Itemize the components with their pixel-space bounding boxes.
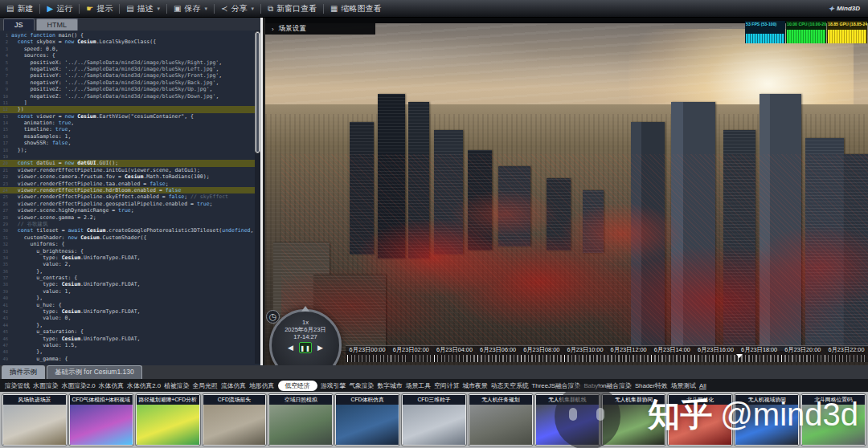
timeline-current-marker[interactable] — [736, 354, 743, 358]
code-line[interactable]: 23 viewer.renderEffectPipeline.taa.enabl… — [0, 181, 260, 187]
code-line[interactable]: 26 viewer.renderEffectPipeline.geospatia… — [0, 201, 260, 207]
example-thumbnail[interactable]: CFD流场箭头 — [203, 394, 267, 446]
category-水体仿真2.0[interactable]: 水体仿真2.0 — [127, 381, 161, 390]
code-line[interactable]: 13 const viewer = new Cesium.EarthView("… — [0, 113, 260, 120]
code-line[interactable]: 22 viewer.scene.camera.frustum.fov = Ces… — [0, 173, 260, 180]
code-line[interactable]: 24 viewer.renderEffectPipeline.hdrBloom.… — [0, 187, 260, 193]
code-line[interactable]: 39 value: 1, — [0, 288, 260, 295]
example-thumbnail[interactable]: 风场轨迹场景 — [2, 394, 67, 446]
category-全局光照[interactable]: 全局光照 — [193, 381, 218, 390]
scrollbar-thumb[interactable] — [256, 32, 260, 153]
category-水面渲染[interactable]: 水面渲染 — [33, 381, 58, 390]
toolbar-button-save[interactable]: ▣保存▾ — [167, 0, 214, 17]
code-line[interactable]: 36 }, — [0, 268, 260, 275]
code-line[interactable]: 25 viewer.renderEffectPipeline.skyEffect… — [0, 193, 260, 200]
code-line[interactable]: 34 type: Cesium.UniformType.FLOAT, — [0, 255, 260, 261]
code-line[interactable]: 4 sources: { — [0, 52, 260, 59]
code-line[interactable]: 49 u_gamma: { — [0, 356, 260, 362]
toolbar-button-hint[interactable]: ☛提示 — [80, 0, 119, 17]
code-line[interactable]: 46 type: Cesium.UniformType.FLOAT, — [0, 336, 260, 342]
code-line[interactable]: 35 value: 2, — [0, 261, 260, 267]
code-line[interactable]: 19 — [0, 153, 260, 160]
toolbar-button-new[interactable]: ▤新建 — [0, 0, 39, 17]
category-城市夜景[interactable]: 城市夜景 — [462, 381, 487, 390]
code-line[interactable]: 11 ] — [0, 100, 260, 106]
code-line[interactable]: 28 viewer.scene.gamma = 2.2; — [0, 214, 260, 221]
code-line[interactable]: 20 const datGui = new datGUI.GUI(); — [0, 160, 260, 166]
timeline-ruler[interactable] — [347, 355, 866, 362]
code-line[interactable]: 1async function main() { — [0, 32, 260, 39]
code-line[interactable]: 33 u_brightness: { — [0, 248, 260, 255]
toolbar-button-describe[interactable]: ▤描述▾ — [120, 0, 166, 17]
code-line[interactable]: 3 speed: 0.0, — [0, 46, 260, 52]
example-thumbnail[interactable]: 空域日照模拟 — [268, 394, 333, 446]
play-forward-button[interactable]: ▶ — [317, 344, 323, 352]
code-line[interactable]: 31 customShader: new Cesium.CustomShader… — [0, 234, 260, 241]
code-line[interactable]: 42 type: Cesium.UniformType.FLOAT, — [0, 308, 260, 315]
code-line[interactable]: 32 uniforms: { — [0, 241, 260, 247]
toolbar-button-new-window[interactable]: ⧉新窗口查看 — [261, 0, 323, 17]
editor-scrollbar[interactable] — [255, 31, 260, 364]
code-line[interactable]: 48 }, — [0, 348, 260, 355]
scene-settings-panel[interactable]: › 场景设置 — [265, 23, 375, 35]
category-流体仿真[interactable]: 流体仿真 — [221, 381, 246, 390]
shuttle-ring-pointer[interactable] — [301, 306, 309, 312]
toolbar-button-share[interactable]: ≺分享▾ — [215, 0, 260, 17]
code-line[interactable]: 29 // 谷歌建筑 — [0, 221, 260, 227]
code-line[interactable]: 5 positiveX: '../../SampleData/mind3d/im… — [0, 59, 260, 66]
code-line[interactable]: 30 const tileset = await Cesium.createGo… — [0, 227, 260, 234]
example-thumbnail[interactable]: CFD气体模拟+体积视域 — [69, 394, 133, 446]
toolbar-button-thumbnail-view[interactable]: ▦缩略图查看 — [324, 0, 387, 17]
category-气象渲染[interactable]: 气象渲染 — [349, 381, 374, 390]
category-Shader特效[interactable]: Shader特效 — [635, 381, 668, 390]
code-line[interactable]: 9 positiveZ: '../../SampleData/mind3d/im… — [0, 86, 260, 92]
stat-meter[interactable]: 10.00 CPU (10.00-20) — [786, 21, 826, 43]
category-低空经济[interactable]: 低空经济 — [278, 381, 317, 391]
code-line[interactable]: 2 const skybox = new Cesium.LocalSkyBoxC… — [0, 39, 260, 45]
clock-button[interactable]: ◷ — [266, 310, 280, 324]
category-水面渲染2.0[interactable]: 水面渲染2.0 — [62, 381, 96, 390]
example-thumbnail[interactable]: CFD体积仿真 — [335, 394, 399, 446]
code-line[interactable]: 12 }) — [0, 106, 260, 112]
code-line[interactable]: 6 negativeX: '../../SampleData/mind3d/im… — [0, 66, 260, 72]
code-line[interactable]: 10 negativeZ: '../../SampleData/mind3d/i… — [0, 93, 260, 100]
editor-tab-html[interactable]: HTML — [36, 18, 79, 31]
pause-button[interactable]: ❚❚ — [299, 342, 312, 353]
code-line[interactable]: 44 }, — [0, 322, 260, 328]
timeline-bar[interactable]: 6月23日00:006月23日02:006月23日04:006月23日06:00… — [346, 345, 868, 362]
stat-meter[interactable]: 53 FPS (53-100) — [745, 21, 785, 43]
stat-meter[interactable]: 18.85 GPU (18.85-24) — [827, 21, 867, 43]
code-line[interactable]: 45 u_saturation: { — [0, 328, 260, 335]
code-line[interactable]: 27 viewer.scene.highDynamicRange = true; — [0, 207, 260, 214]
code-area[interactable]: 1async function main() {2 const skybox =… — [0, 31, 260, 364]
category-游戏引擎[interactable]: 游戏引擎 — [321, 381, 346, 390]
category-动态天空系统[interactable]: 动态天空系统 — [491, 381, 529, 390]
example-thumbnail[interactable]: CFD三维粒子 — [402, 394, 466, 446]
editor-tab-js[interactable]: JS — [3, 18, 35, 31]
code-line[interactable]: 41 u_hue: { — [0, 302, 260, 308]
category-空间计算[interactable]: 空间计算 — [434, 381, 459, 390]
code-line[interactable]: 17 showSSR: false, — [0, 140, 260, 146]
category-渲染管线[interactable]: 渲染管线 — [5, 381, 30, 390]
code-line[interactable]: 7 positiveY: '../../SampleData/mind3d/im… — [0, 72, 260, 79]
code-line[interactable]: 8 negativeY: '../../SampleData/mind3d/im… — [0, 79, 260, 86]
code-line[interactable]: 37 u_contrast: { — [0, 275, 260, 281]
examples-tab[interactable]: 基础示例 for Cesium1.130 — [47, 365, 142, 379]
code-line[interactable]: 14 animation: true, — [0, 120, 260, 126]
code-line[interactable]: 43 value: 0, — [0, 315, 260, 321]
examples-tab[interactable]: 插件示例 — [2, 365, 45, 379]
example-thumbnail[interactable]: 无人机任务规划 — [469, 394, 533, 446]
code-line[interactable]: 21 viewer.renderEffectPipeline.initGui(v… — [0, 167, 260, 173]
category-水体仿真[interactable]: 水体仿真 — [99, 381, 124, 390]
category-数字城市[interactable]: 数字城市 — [377, 381, 402, 390]
category-地形仿真[interactable]: 地形仿真 — [249, 381, 274, 390]
code-line[interactable]: 38 type: Cesium.UniformType.FLOAT, — [0, 281, 260, 287]
category-场景工具[interactable]: 场景工具 — [406, 381, 431, 390]
category-植被渲染[interactable]: 植被渲染 — [164, 381, 189, 390]
code-line[interactable]: 40 }, — [0, 295, 260, 301]
code-line[interactable]: 16 msaaSamples: 1, — [0, 133, 260, 140]
category-场景测试[interactable]: 场景测试 — [671, 381, 696, 390]
toolbar-button-run[interactable]: ▶运行 — [40, 0, 79, 17]
play-reverse-button[interactable]: ◀ — [288, 344, 293, 352]
3d-viewport[interactable]: › 场景设置 53 FPS (53-100)10.00 CPU (10.00-2… — [265, 18, 868, 365]
